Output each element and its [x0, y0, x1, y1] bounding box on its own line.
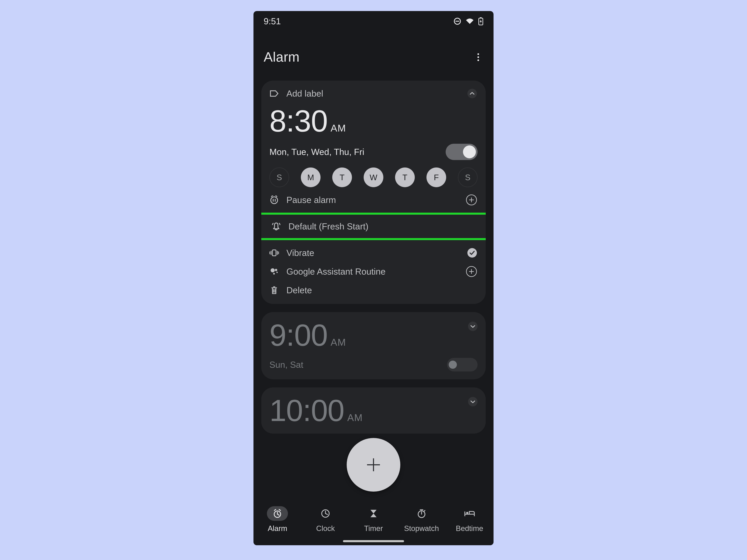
svg-line-31: [424, 510, 425, 511]
app-header: Alarm: [254, 49, 493, 65]
alarm-card-collapsed-2[interactable]: 10:00 AM: [261, 388, 486, 433]
alarm-sound-row[interactable]: Default (Fresh Start): [261, 213, 486, 240]
alarm-time-ampm: AM: [331, 122, 346, 134]
vibrate-icon: [269, 248, 279, 258]
nav-timer[interactable]: Timer: [350, 506, 397, 533]
nav-stopwatch-label: Stopwatch: [404, 524, 439, 533]
expand-button-2[interactable]: [468, 397, 478, 406]
alarm3-time-ampm: AM: [347, 412, 363, 423]
alarm-toggle[interactable]: [446, 144, 478, 160]
vibrate-text: Vibrate: [286, 248, 314, 258]
nav-alarm-label: Alarm: [268, 524, 287, 533]
delete-alarm-row[interactable]: Delete: [269, 284, 478, 296]
delete-text: Delete: [286, 285, 312, 295]
phone-frame: 9:51 Alarm Add label: [254, 11, 493, 545]
svg-point-4: [271, 197, 278, 204]
nav-stopwatch[interactable]: Stopwatch: [398, 506, 445, 533]
alarm2-time-ampm: AM: [331, 337, 346, 348]
nav-alarm[interactable]: Alarm: [254, 506, 301, 533]
battery-icon: [478, 17, 483, 25]
svg-rect-3: [480, 17, 482, 18]
more-options-icon[interactable]: [473, 52, 483, 62]
nav-clock-label: Clock: [316, 524, 335, 533]
status-time: 9:51: [264, 16, 281, 26]
alarm2-days-row: Sun, Sat: [269, 358, 478, 371]
svg-line-22: [277, 514, 279, 515]
nav-timer-label: Timer: [364, 524, 383, 533]
svg-point-16: [273, 273, 275, 274]
svg-point-17: [276, 272, 278, 273]
collapse-button[interactable]: [467, 89, 477, 98]
svg-line-8: [276, 195, 277, 196]
alarm2-time-hm: 9:00: [269, 320, 328, 350]
assistant-icon: [269, 267, 279, 276]
alarm3-time[interactable]: 10:00 AM: [269, 395, 478, 426]
svg-line-24: [279, 509, 281, 510]
sound-icon: [272, 222, 281, 231]
svg-line-7: [272, 195, 273, 196]
bottom-nav: Alarm Clock Timer Stopwatch Bedtime: [254, 501, 493, 545]
nav-clock[interactable]: Clock: [302, 506, 349, 533]
alarm-days-row: Mon, Tue, Wed, Thu, Fri: [269, 144, 478, 160]
stopwatch-icon: [411, 506, 432, 521]
svg-point-14: [271, 268, 275, 272]
day-chip-wed[interactable]: W: [364, 167, 383, 187]
alarm2-days-text: Sun, Sat: [269, 359, 303, 370]
day-chip-mon[interactable]: M: [301, 167, 320, 187]
clock-icon: [315, 506, 336, 521]
alarm-time[interactable]: 8:30 AM: [269, 106, 478, 136]
add-label-text: Add label: [286, 88, 323, 99]
day-chip-fri[interactable]: F: [427, 167, 446, 187]
alarm-card-expanded: Add label 8:30 AM Mon, Tue, Wed, Thu, Fr…: [261, 81, 486, 304]
do-not-disturb-icon: [454, 17, 461, 25]
label-icon: [269, 89, 279, 98]
delete-icon: [269, 286, 279, 295]
svg-rect-9: [272, 250, 276, 256]
wifi-icon: [465, 18, 474, 25]
alarm-time-hm: 8:30: [269, 106, 328, 136]
svg-point-32: [466, 512, 468, 514]
alarm-icon: [267, 506, 288, 521]
vibrate-check-icon[interactable]: [467, 248, 477, 258]
expand-button[interactable]: [468, 322, 478, 331]
day-chip-tue[interactable]: T: [332, 167, 352, 187]
svg-line-27: [326, 513, 328, 514]
alarm-sound-text: Default (Fresh Start): [288, 221, 368, 232]
pause-alarm-icon: [269, 195, 279, 205]
nav-bedtime-label: Bedtime: [456, 524, 483, 533]
add-label-row[interactable]: Add label: [269, 88, 478, 99]
alarm2-toggle[interactable]: [447, 358, 478, 371]
page-title: Alarm: [264, 49, 300, 65]
bedtime-icon: [459, 506, 480, 521]
svg-point-15: [275, 269, 277, 271]
alarm-days-text: Mon, Tue, Wed, Thu, Fri: [269, 147, 364, 157]
alarm2-time[interactable]: 9:00 AM: [269, 320, 478, 350]
timer-icon: [363, 506, 384, 521]
alarm-list: Add label 8:30 AM Mon, Tue, Wed, Thu, Fr…: [261, 81, 486, 496]
pause-alarm-text: Pause alarm: [286, 195, 336, 205]
add-alarm-fab[interactable]: [347, 438, 400, 491]
day-chip-sat[interactable]: S: [458, 167, 478, 187]
status-bar: 9:51: [254, 11, 493, 31]
svg-line-23: [274, 509, 276, 510]
vibrate-row[interactable]: Vibrate: [269, 247, 478, 259]
day-chips: S M T W T F S: [269, 167, 478, 187]
assistant-text: Google Assistant Routine: [286, 266, 386, 276]
home-indicator[interactable]: [343, 540, 404, 542]
pause-alarm-row[interactable]: Pause alarm: [269, 194, 478, 206]
alarm3-time-hm: 10:00: [269, 395, 344, 426]
day-chip-thu[interactable]: T: [395, 167, 415, 187]
add-pause-icon[interactable]: [466, 194, 477, 205]
nav-bedtime[interactable]: Bedtime: [446, 506, 493, 533]
add-routine-icon[interactable]: [466, 266, 477, 277]
day-chip-sun[interactable]: S: [269, 167, 289, 187]
status-icons: [454, 17, 483, 25]
assistant-routine-row[interactable]: Google Assistant Routine: [269, 266, 478, 277]
alarm-card-collapsed[interactable]: 9:00 AM Sun, Sat: [261, 312, 486, 379]
